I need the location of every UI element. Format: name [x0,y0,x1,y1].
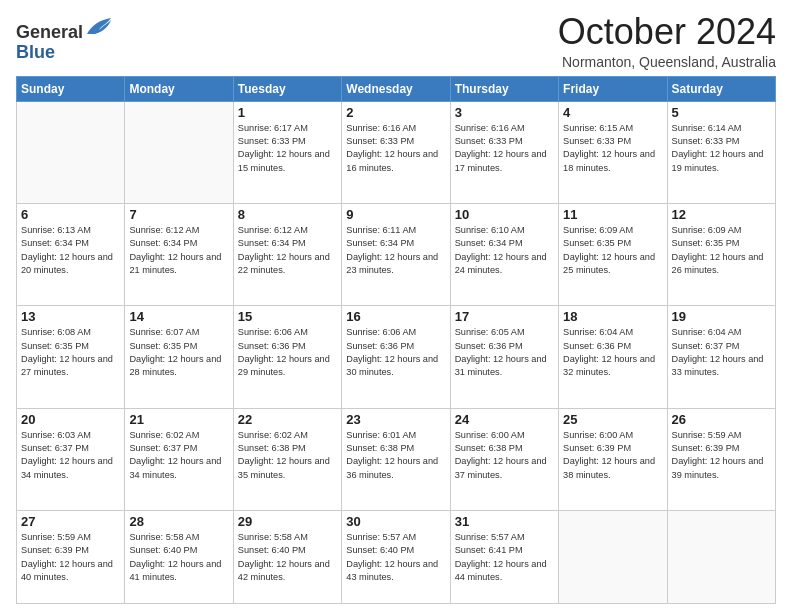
day-cell: 23Sunrise: 6:01 AMSunset: 6:38 PMDayligh… [342,408,450,510]
day-number: 16 [346,309,445,324]
week-row-4: 20Sunrise: 6:03 AMSunset: 6:37 PMDayligh… [17,408,776,510]
day-cell [559,510,667,603]
days-of-week-row: SundayMondayTuesdayWednesdayThursdayFrid… [17,76,776,101]
logo-bird-icon [85,16,113,38]
day-info: Sunrise: 5:58 AMSunset: 6:40 PMDaylight:… [238,531,337,584]
day-number: 9 [346,207,445,222]
day-info: Sunrise: 6:10 AMSunset: 6:34 PMDaylight:… [455,224,554,277]
col-header-sunday: Sunday [17,76,125,101]
day-info: Sunrise: 5:59 AMSunset: 6:39 PMDaylight:… [672,429,771,482]
day-info: Sunrise: 6:09 AMSunset: 6:35 PMDaylight:… [672,224,771,277]
day-cell: 16Sunrise: 6:06 AMSunset: 6:36 PMDayligh… [342,306,450,408]
day-cell: 13Sunrise: 6:08 AMSunset: 6:35 PMDayligh… [17,306,125,408]
day-number: 27 [21,514,120,529]
day-number: 30 [346,514,445,529]
day-cell [17,101,125,203]
day-cell: 9Sunrise: 6:11 AMSunset: 6:34 PMDaylight… [342,203,450,305]
day-number: 23 [346,412,445,427]
day-number: 22 [238,412,337,427]
day-number: 1 [238,105,337,120]
day-cell [125,101,233,203]
day-cell: 5Sunrise: 6:14 AMSunset: 6:33 PMDaylight… [667,101,775,203]
day-info: Sunrise: 6:05 AMSunset: 6:36 PMDaylight:… [455,326,554,379]
day-number: 12 [672,207,771,222]
day-cell: 12Sunrise: 6:09 AMSunset: 6:35 PMDayligh… [667,203,775,305]
day-info: Sunrise: 6:02 AMSunset: 6:37 PMDaylight:… [129,429,228,482]
day-cell: 11Sunrise: 6:09 AMSunset: 6:35 PMDayligh… [559,203,667,305]
title-block: October 2024 Normanton, Queensland, Aust… [558,12,776,70]
day-cell: 29Sunrise: 5:58 AMSunset: 6:40 PMDayligh… [233,510,341,603]
col-header-saturday: Saturday [667,76,775,101]
day-cell: 8Sunrise: 6:12 AMSunset: 6:34 PMDaylight… [233,203,341,305]
day-info: Sunrise: 6:17 AMSunset: 6:33 PMDaylight:… [238,122,337,175]
logo: General Blue [16,16,113,63]
day-number: 10 [455,207,554,222]
day-info: Sunrise: 6:12 AMSunset: 6:34 PMDaylight:… [129,224,228,277]
day-cell: 21Sunrise: 6:02 AMSunset: 6:37 PMDayligh… [125,408,233,510]
day-info: Sunrise: 5:58 AMSunset: 6:40 PMDaylight:… [129,531,228,584]
day-number: 20 [21,412,120,427]
day-cell: 26Sunrise: 5:59 AMSunset: 6:39 PMDayligh… [667,408,775,510]
day-cell: 28Sunrise: 5:58 AMSunset: 6:40 PMDayligh… [125,510,233,603]
day-number: 7 [129,207,228,222]
day-cell: 17Sunrise: 6:05 AMSunset: 6:36 PMDayligh… [450,306,558,408]
location: Normanton, Queensland, Australia [558,54,776,70]
day-cell: 25Sunrise: 6:00 AMSunset: 6:39 PMDayligh… [559,408,667,510]
day-cell: 6Sunrise: 6:13 AMSunset: 6:34 PMDaylight… [17,203,125,305]
logo-blue: Blue [16,42,55,62]
day-info: Sunrise: 6:06 AMSunset: 6:36 PMDaylight:… [238,326,337,379]
day-info: Sunrise: 6:16 AMSunset: 6:33 PMDaylight:… [455,122,554,175]
col-header-monday: Monday [125,76,233,101]
day-number: 28 [129,514,228,529]
day-number: 15 [238,309,337,324]
day-number: 3 [455,105,554,120]
day-cell: 1Sunrise: 6:17 AMSunset: 6:33 PMDaylight… [233,101,341,203]
day-number: 14 [129,309,228,324]
day-info: Sunrise: 6:01 AMSunset: 6:38 PMDaylight:… [346,429,445,482]
day-info: Sunrise: 5:57 AMSunset: 6:41 PMDaylight:… [455,531,554,584]
day-cell: 14Sunrise: 6:07 AMSunset: 6:35 PMDayligh… [125,306,233,408]
day-number: 21 [129,412,228,427]
day-info: Sunrise: 6:00 AMSunset: 6:38 PMDaylight:… [455,429,554,482]
day-info: Sunrise: 6:14 AMSunset: 6:33 PMDaylight:… [672,122,771,175]
day-cell: 15Sunrise: 6:06 AMSunset: 6:36 PMDayligh… [233,306,341,408]
col-header-tuesday: Tuesday [233,76,341,101]
day-info: Sunrise: 6:07 AMSunset: 6:35 PMDaylight:… [129,326,228,379]
day-cell: 7Sunrise: 6:12 AMSunset: 6:34 PMDaylight… [125,203,233,305]
day-info: Sunrise: 6:15 AMSunset: 6:33 PMDaylight:… [563,122,662,175]
col-header-friday: Friday [559,76,667,101]
day-number: 24 [455,412,554,427]
day-cell: 30Sunrise: 5:57 AMSunset: 6:40 PMDayligh… [342,510,450,603]
day-cell: 10Sunrise: 6:10 AMSunset: 6:34 PMDayligh… [450,203,558,305]
day-info: Sunrise: 6:13 AMSunset: 6:34 PMDaylight:… [21,224,120,277]
col-header-thursday: Thursday [450,76,558,101]
day-cell [667,510,775,603]
calendar: SundayMondayTuesdayWednesdayThursdayFrid… [16,76,776,604]
day-number: 2 [346,105,445,120]
day-info: Sunrise: 6:11 AMSunset: 6:34 PMDaylight:… [346,224,445,277]
day-cell: 31Sunrise: 5:57 AMSunset: 6:41 PMDayligh… [450,510,558,603]
week-row-3: 13Sunrise: 6:08 AMSunset: 6:35 PMDayligh… [17,306,776,408]
day-number: 11 [563,207,662,222]
day-info: Sunrise: 6:12 AMSunset: 6:34 PMDaylight:… [238,224,337,277]
day-number: 8 [238,207,337,222]
day-cell: 24Sunrise: 6:00 AMSunset: 6:38 PMDayligh… [450,408,558,510]
col-header-wednesday: Wednesday [342,76,450,101]
day-number: 29 [238,514,337,529]
day-cell: 2Sunrise: 6:16 AMSunset: 6:33 PMDaylight… [342,101,450,203]
day-cell: 20Sunrise: 6:03 AMSunset: 6:37 PMDayligh… [17,408,125,510]
page: General Blue October 2024 Normanton, Que… [0,0,792,612]
day-info: Sunrise: 6:04 AMSunset: 6:36 PMDaylight:… [563,326,662,379]
day-number: 18 [563,309,662,324]
day-info: Sunrise: 6:16 AMSunset: 6:33 PMDaylight:… [346,122,445,175]
week-row-2: 6Sunrise: 6:13 AMSunset: 6:34 PMDaylight… [17,203,776,305]
day-number: 26 [672,412,771,427]
day-info: Sunrise: 6:09 AMSunset: 6:35 PMDaylight:… [563,224,662,277]
day-number: 5 [672,105,771,120]
day-cell: 4Sunrise: 6:15 AMSunset: 6:33 PMDaylight… [559,101,667,203]
day-info: Sunrise: 6:06 AMSunset: 6:36 PMDaylight:… [346,326,445,379]
day-info: Sunrise: 6:04 AMSunset: 6:37 PMDaylight:… [672,326,771,379]
day-number: 17 [455,309,554,324]
day-info: Sunrise: 6:02 AMSunset: 6:38 PMDaylight:… [238,429,337,482]
day-info: Sunrise: 6:08 AMSunset: 6:35 PMDaylight:… [21,326,120,379]
